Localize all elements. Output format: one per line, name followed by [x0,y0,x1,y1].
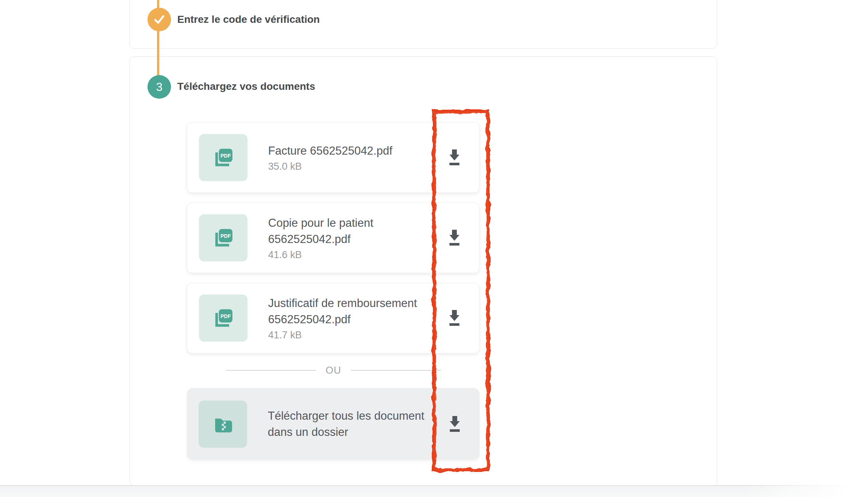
step3-title: Téléchargez vos documents [177,81,315,92]
download-icon [448,149,461,166]
document-info: Facture 6562525042.pdf 35.0 kB [268,143,392,172]
document-info: Justificatif de remboursement 6562525042… [268,295,445,341]
or-divider: OU [226,364,441,376]
divider-line [226,370,316,371]
document-card-facture: Facture 6562525042.pdf 35.0 kB [187,122,480,193]
step3-badge: 3 [147,75,171,99]
step2-title: Entrez le code de vérification [177,14,320,25]
document-title: Facture 6562525042.pdf [268,143,392,159]
document-size: 35.0 kB [268,161,392,172]
download-icon [448,309,461,327]
document-info: Copie pour le patient 6562525042.pdf 41.… [268,215,445,261]
pdf-document-icon [199,295,248,342]
download-all-card[interactable]: Télécharger tous les document dans un do… [187,388,480,460]
divider-label: OU [326,365,341,376]
download-icon [448,229,461,247]
document-title: Copie pour le patient 6562525042.pdf [268,215,445,247]
download-icon [449,415,461,433]
zip-folder-icon [199,401,247,448]
pdf-document-icon [199,214,248,261]
download-button[interactable] [448,309,461,327]
document-size: 41.6 kB [268,249,445,261]
download-button[interactable] [448,149,461,166]
document-card-justificatif: Justificatif de remboursement 6562525042… [187,283,480,353]
download-button[interactable] [448,229,461,247]
step3-number: 3 [156,81,162,93]
document-card-copie-patient: Copie pour le patient 6562525042.pdf 41.… [187,202,480,273]
page: PDF Entrez le code de vérification 3 Tél… [0,0,868,497]
check-icon [152,12,167,27]
documents-list: Facture 6562525042.pdf 35.0 kB Copie pou… [187,122,480,460]
document-title: Justificatif de remboursement 6562525042… [268,295,445,327]
download-all-button[interactable] [449,415,461,433]
document-size: 41.7 kB [268,329,445,341]
page-footer-area [0,485,868,497]
pdf-document-icon [199,134,248,181]
download-all-info: Télécharger tous les document dans un do… [268,408,444,440]
step2-completed-badge [147,8,171,31]
divider-line [351,370,441,371]
download-all-title: Télécharger tous les document dans un do… [268,408,444,440]
